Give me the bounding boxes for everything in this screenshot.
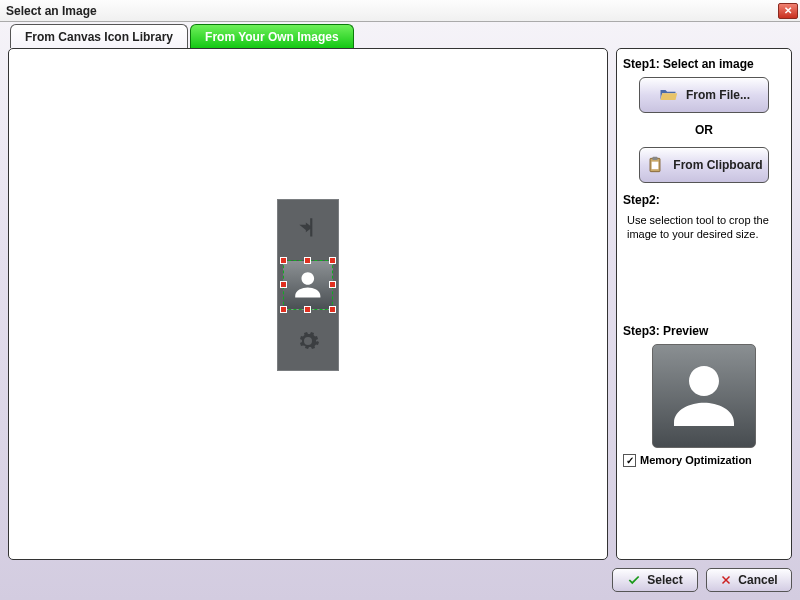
titlebar: Select an Image ✕: [0, 0, 800, 22]
gear-icon: [293, 326, 323, 356]
tab-bar: From Canvas Icon Library From Your Own I…: [10, 24, 356, 48]
crop-handle-n[interactable]: [304, 257, 311, 264]
folder-open-icon: [658, 85, 678, 105]
svg-rect-2: [652, 162, 659, 170]
close-icon: ✕: [784, 5, 792, 16]
select-button-label: Select: [647, 573, 682, 587]
crop-handle-nw[interactable]: [280, 257, 287, 264]
step2-title: Step2:: [623, 193, 785, 207]
cross-icon: [720, 574, 732, 586]
crop-handle-sw[interactable]: [280, 306, 287, 313]
footer: Select Cancel: [8, 566, 792, 594]
source-image-strip: [277, 199, 339, 371]
window-body: From Canvas Icon Library From Your Own I…: [0, 22, 800, 600]
crop-handle-s[interactable]: [304, 306, 311, 313]
crop-handle-w[interactable]: [280, 281, 287, 288]
from-clipboard-label: From Clipboard: [673, 158, 762, 172]
memory-optimization-label: Memory Optimization: [640, 454, 752, 466]
memory-optimization-checkbox[interactable]: ✓: [623, 454, 636, 467]
tab-canvas-library[interactable]: From Canvas Icon Library: [10, 24, 188, 48]
memory-optimization-row: ✓ Memory Optimization: [623, 454, 785, 467]
cancel-button[interactable]: Cancel: [706, 568, 792, 592]
svg-rect-1: [653, 157, 658, 160]
crop-selection[interactable]: [283, 260, 333, 310]
insert-arrow-icon: [293, 214, 323, 244]
window-title: Select an Image: [6, 4, 97, 18]
or-separator: OR: [623, 123, 785, 137]
person-silhouette-icon: [664, 356, 744, 436]
from-clipboard-button[interactable]: From Clipboard: [639, 147, 769, 183]
preview-thumbnail: [652, 344, 756, 448]
tab-own-images[interactable]: From Your Own Images: [190, 24, 354, 48]
crop-handle-ne[interactable]: [329, 257, 336, 264]
check-icon: [627, 573, 641, 587]
person-silhouette-icon: [291, 268, 325, 302]
crop-handle-e[interactable]: [329, 281, 336, 288]
step1-title: Step1: Select an image: [623, 57, 785, 71]
clipboard-icon: [645, 155, 665, 175]
side-panel: Step1: Select an image From File... OR F…: [616, 48, 792, 560]
cancel-button-label: Cancel: [738, 573, 777, 587]
select-button[interactable]: Select: [612, 568, 698, 592]
from-file-button[interactable]: From File...: [639, 77, 769, 113]
image-work-area[interactable]: [8, 48, 608, 560]
from-file-label: From File...: [686, 88, 750, 102]
window-close-button[interactable]: ✕: [778, 3, 798, 19]
step2-text: Use selection tool to crop the image to …: [627, 213, 781, 242]
crop-handle-se[interactable]: [329, 306, 336, 313]
step3-title: Step3: Preview: [623, 324, 785, 338]
